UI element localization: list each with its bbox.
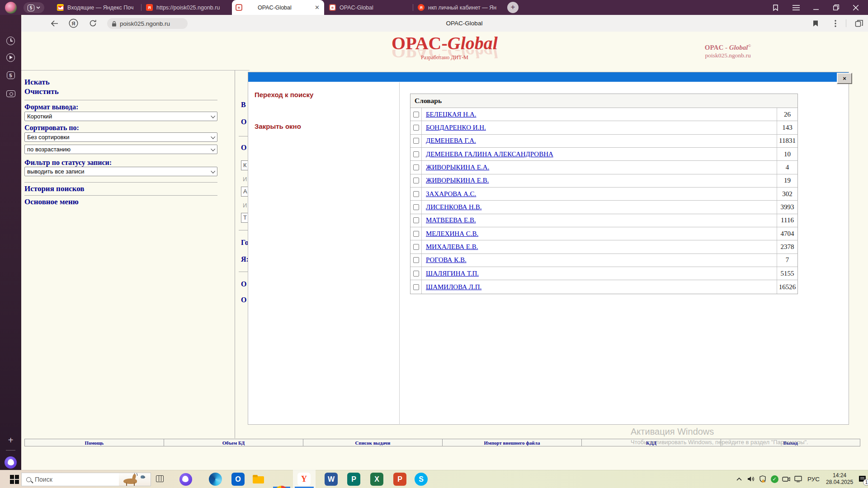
table-row: МАТВЕЕВА Е.В. 1116 [410,214,797,227]
row-checkbox[interactable] [413,125,419,131]
volume-icon[interactable] [745,476,757,482]
row-checkbox[interactable] [413,204,419,210]
footer-import-file[interactable]: Импорт внешнего файла [443,439,582,446]
close-window-link[interactable]: Закрыть окно [255,122,301,130]
search-link[interactable]: Искать [24,78,50,87]
tab-opac-global-active[interactable]: в OPAC-Global ✕ [232,0,324,15]
dialog-title-bar[interactable] [248,72,849,82]
author-link[interactable]: РОГОВА К.В. [422,256,777,264]
excel-icon[interactable]: X [370,473,383,486]
tab-poisk025[interactable]: Я https://poisk025.ngonb.ru [142,0,231,15]
history-icon[interactable] [0,37,21,45]
sidebar-add-icon[interactable]: + [0,435,21,446]
file-explorer-icon[interactable] [252,473,265,486]
author-link[interactable]: МАТВЕЕВА Е.В. [422,216,777,224]
author-link[interactable]: ДЕМЕНЕВА ГАЛИНА АЛЕКСАНДРОВНА [422,150,777,158]
table-row: МЕЛЕХИНА С.В. 4704 [410,227,797,240]
row-checkbox[interactable] [413,217,419,223]
clear-link[interactable]: Очистить [24,87,59,96]
dialog-close-button[interactable]: × [837,73,852,84]
tab-counter-button[interactable]: 5 [24,2,44,13]
row-checkbox[interactable] [413,112,419,117]
bookmarks-panel-icon[interactable] [769,4,782,11]
row-checkbox[interactable] [413,191,419,197]
author-link[interactable]: ЗАХАРОВА А.С. [422,190,777,198]
media-play-icon[interactable] [0,53,21,62]
opac-favicon: в [329,4,336,11]
main-menu-link[interactable]: Основное меню [24,197,79,206]
search-history-link[interactable]: История поисков [24,184,85,193]
edge-icon[interactable] [209,473,222,486]
tray-camera-icon[interactable] [780,476,792,482]
alice-app-icon[interactable] [179,473,192,486]
filter-select[interactable]: выводить все записи [24,167,217,176]
author-link[interactable]: БЕЛЕЦКАЯ Н.А. [422,111,777,118]
action-center-icon[interactable]: 1 [856,475,868,483]
more-options-icon[interactable] [829,15,842,32]
row-checkbox[interactable] [413,178,419,183]
tab-yandex-mail[interactable]: Входящие — Яндекс Поч [53,0,140,15]
tabs-panel-icon[interactable]: 5 [0,71,21,79]
goto-search-link[interactable]: Переход к поиску [255,91,313,99]
author-link[interactable]: ЖИВОРЫКИНА Е.В. [422,177,777,184]
collections-icon[interactable] [852,15,866,32]
defender-shield-icon[interactable]: ! [757,475,769,483]
alice-assistant-icon[interactable] [0,456,21,469]
tab-close-icon[interactable]: ✕ [314,4,321,11]
screenshot-icon[interactable] [0,90,21,97]
close-window-button[interactable] [849,5,863,10]
author-link[interactable]: МЕЛЕХИНА С.В. [422,230,777,238]
footer-db-volume[interactable]: Объем БД [164,439,303,446]
tray-expand-icon[interactable] [733,478,745,481]
row-checkbox[interactable] [413,164,419,170]
yandex-browser-icon[interactable]: Y [297,473,311,486]
sort-direction-select[interactable]: по возрастанию [24,145,217,154]
network-icon[interactable] [792,476,804,482]
table-row: ШАМИЛОВА Л.П. 16526 [410,280,797,293]
word-icon[interactable]: W [325,473,338,486]
footer-issue-list[interactable]: Список выдачи [303,439,443,446]
browser-menu-icon[interactable] [789,5,803,10]
row-checkbox[interactable] [413,231,419,237]
skype-icon[interactable]: S [415,473,428,486]
sort-value: Без сортировки [27,134,69,141]
language-indicator[interactable]: РУС [804,476,823,483]
address-bar[interactable]: poisk025.ngonb.ru [107,18,188,29]
row-checkbox[interactable] [413,244,419,250]
profile-avatar[interactable] [5,2,17,14]
author-link[interactable]: ШАЛЯГИНА Т.П. [422,270,777,277]
taskbar-clock[interactable]: 14:24 28.04.2025 [823,472,856,486]
restore-button[interactable] [829,5,843,10]
reload-button[interactable] [86,15,99,32]
outlook-icon[interactable]: O [231,473,245,486]
minimize-button[interactable] [809,5,823,10]
author-link[interactable]: МИХАЛЕВА Е.В. [422,243,777,251]
author-link[interactable]: ЖИВОРЫКИНА Е.А. [422,164,777,171]
tab-personal-cabinet[interactable]: Я нкп личный кабинет — Ян [414,0,500,15]
new-tab-button[interactable]: + [507,2,519,13]
back-button[interactable] [47,15,61,32]
sort-select[interactable]: Без сортировки [24,132,217,142]
yandex-home-icon[interactable]: Я [66,15,80,32]
start-button[interactable] [10,475,19,484]
row-checkbox[interactable] [413,138,419,144]
author-link[interactable]: ЛИСЕНКОВА Н.В. [422,203,777,211]
toolbar-divider [846,19,846,27]
powerpoint-icon[interactable]: P [393,473,406,486]
bookmark-icon[interactable] [809,15,822,32]
task-view-icon[interactable] [156,475,164,482]
row-checkbox[interactable] [413,271,419,277]
author-link[interactable]: БОНДАРЕНКО И.Н. [422,124,777,131]
status-ok-icon[interactable]: ✓ [769,475,780,483]
publisher-icon[interactable]: P [347,473,360,486]
author-link[interactable]: ДЕМЕНЕВА Г.А. [422,137,777,145]
taskbar-search-input[interactable]: Поиск [21,473,151,486]
author-link[interactable]: ШАМИЛОВА Л.П. [422,283,777,291]
footer-help[interactable]: Помощь [25,439,164,446]
row-checkbox[interactable] [413,257,419,263]
format-select[interactable]: Короткий [24,112,217,121]
row-checkbox[interactable] [413,284,419,290]
row-checkbox[interactable] [413,151,419,157]
hidden-form-fragment: О [241,280,246,288]
tab-opac-global-2[interactable]: в OPAC-Global [326,0,412,15]
